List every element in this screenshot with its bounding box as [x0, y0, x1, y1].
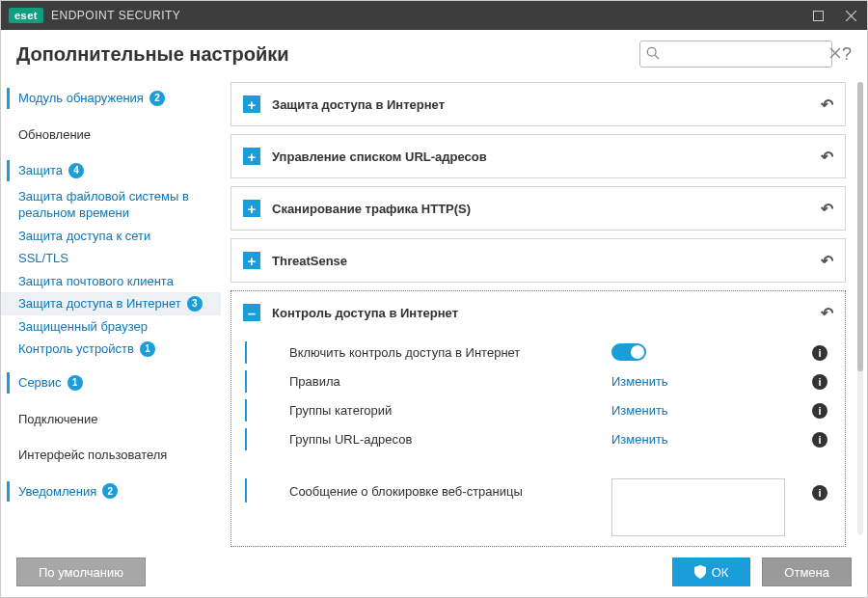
scrollbar-track[interactable] — [857, 82, 863, 535]
search-area: ? — [639, 41, 852, 68]
svg-rect-0 — [813, 11, 823, 20]
content-area: + Защита доступа в Интернет ↶ + Управлен… — [221, 78, 867, 547]
sidebar-item-protection[interactable]: Защита 4 — [1, 156, 221, 185]
accordion-web-access-protection: + Защита доступа в Интернет ↶ — [231, 82, 846, 126]
count-badge: 3 — [187, 296, 203, 312]
titlebar: eset ENDPOINT SECURITY — [1, 1, 867, 30]
sidebar-item-label: Защита доступа в Интернет — [18, 295, 181, 313]
accordion-title: Контроль доступа в Интернет — [272, 306, 809, 320]
sidebar-item-web-access[interactable]: Защита доступа в Интернет 3 — [1, 292, 221, 315]
ok-button-label: ОК — [712, 565, 729, 580]
app-window: eset ENDPOINT SECURITY Дополнительные на… — [0, 0, 868, 598]
expand-icon: + — [243, 95, 260, 113]
clear-search-icon[interactable] — [829, 46, 841, 62]
scrollbar-thumb[interactable] — [857, 82, 863, 371]
edit-category-groups-link[interactable]: Изменить — [611, 403, 668, 418]
setting-label: Включить контроль доступа в Интернет — [245, 341, 611, 364]
accordion-header[interactable]: + Защита доступа в Интернет ↶ — [231, 83, 845, 125]
sidebar-item-label: SSL/TLS — [18, 250, 68, 267]
close-button[interactable] — [834, 1, 867, 30]
accordion-threatsense: + ThreatSense ↶ — [231, 238, 846, 283]
expand-icon: + — [243, 252, 260, 269]
sidebar-item-label: Интерфейс пользователя — [18, 447, 167, 464]
default-button[interactable]: По умолчанию — [16, 557, 146, 586]
sidebar-item-label: Контроль устройств — [18, 340, 134, 358]
collapse-icon: – — [243, 304, 260, 321]
sidebar-item-device-control[interactable]: Контроль устройств 1 — [1, 338, 221, 361]
sidebar-item-label: Модуль обнаружения — [18, 90, 144, 107]
count-badge: 1 — [68, 375, 83, 391]
sidebar: Модуль обнаружения 2 Обновление Защита 4… — [1, 78, 221, 547]
page-title: Дополнительные настройки — [16, 43, 289, 66]
accordion-header[interactable]: + Управление списком URL-адресов ↶ — [231, 135, 845, 177]
sidebar-item-label: Защищенный браузер — [18, 318, 148, 336]
info-icon[interactable]: i — [812, 345, 827, 361]
search-icon — [646, 46, 660, 63]
search-box[interactable] — [639, 41, 832, 68]
sidebar-item-label: Сервис — [18, 374, 62, 392]
sidebar-item-ssl-tls[interactable]: SSL/TLS — [1, 247, 221, 270]
accordion-header[interactable]: + ThreatSense ↶ — [231, 239, 845, 282]
block-message-textarea[interactable] — [611, 478, 785, 536]
expand-icon: + — [243, 200, 260, 217]
setting-label: Группы категорий — [245, 399, 611, 421]
count-badge: 2 — [149, 91, 165, 106]
footer: По умолчанию ОК Отмена — [1, 547, 867, 597]
revert-icon[interactable]: ↶ — [821, 200, 833, 218]
sidebar-item-label: Защита файловой системы в реальном време… — [18, 188, 209, 222]
sidebar-item-label: Подключение — [18, 411, 97, 428]
cancel-button[interactable]: Отмена — [762, 557, 852, 586]
sidebar-item-label: Защита доступа к сети — [18, 228, 150, 245]
header: Дополнительные настройки ? — [1, 30, 867, 78]
accordion-title: ThreatSense — [272, 254, 809, 268]
setting-rules: Правила Изменить i — [231, 367, 845, 395]
sidebar-item-detection-module[interactable]: Модуль обнаружения 2 — [1, 84, 221, 113]
setting-enable-web-control: Включить контроль доступа в Интернет i — [231, 338, 845, 367]
toggle-enable-web-control[interactable] — [611, 343, 646, 361]
expand-icon: + — [243, 148, 260, 165]
accordion-title: Защита доступа в Интернет — [272, 97, 809, 112]
shield-icon — [694, 565, 706, 579]
setting-url-groups: Группы URL-адресов Изменить i — [231, 424, 845, 453]
count-badge: 4 — [68, 163, 84, 178]
info-icon[interactable]: i — [812, 432, 827, 448]
info-icon[interactable]: i — [812, 403, 827, 419]
revert-icon[interactable]: ↶ — [821, 304, 833, 322]
sidebar-item-notifications[interactable]: Уведомления 2 — [1, 477, 221, 506]
setting-category-groups: Группы категорий Изменить i — [231, 395, 845, 424]
sidebar-item-network-access[interactable]: Защита доступа к сети — [1, 225, 221, 248]
edit-url-groups-link[interactable]: Изменить — [611, 432, 668, 447]
revert-icon[interactable]: ↶ — [821, 148, 833, 166]
help-icon[interactable]: ? — [842, 44, 852, 65]
edit-rules-link[interactable]: Изменить — [611, 374, 668, 389]
accordion-header[interactable]: + Сканирование трафика HTTP(S) ↶ — [231, 187, 845, 230]
sidebar-item-service[interactable]: Сервис 1 — [1, 368, 221, 397]
maximize-button[interactable] — [801, 1, 834, 30]
sidebar-item-label: Обновление — [18, 126, 91, 144]
accordion-web-control: – Контроль доступа в Интернет ↶ Включить… — [231, 290, 846, 547]
sidebar-item-connection[interactable]: Подключение — [1, 405, 221, 434]
svg-line-4 — [655, 55, 659, 59]
revert-icon[interactable]: ↶ — [821, 95, 833, 114]
accordion-header[interactable]: – Контроль доступа в Интернет ↶ — [231, 291, 845, 334]
sidebar-item-label: Уведомления — [18, 483, 96, 501]
svg-point-3 — [647, 47, 656, 56]
sidebar-item-ui[interactable]: Интерфейс пользователя — [1, 441, 221, 470]
sidebar-item-realtime-fs[interactable]: Защита файловой системы в реальном време… — [1, 185, 221, 225]
window-controls — [801, 1, 867, 30]
setting-label: Группы URL-адресов — [245, 428, 611, 450]
accordion-url-list-management: + Управление списком URL-адресов ↶ — [231, 134, 846, 178]
accordion-title: Сканирование трафика HTTP(S) — [272, 202, 809, 216]
sidebar-item-label: Защита почтового клиента — [18, 273, 174, 290]
revert-icon[interactable]: ↶ — [821, 252, 833, 270]
ok-button[interactable]: ОК — [672, 557, 751, 586]
setting-label: Сообщение о блокировке веб-страницы — [245, 478, 611, 503]
sidebar-item-update[interactable]: Обновление — [1, 121, 221, 150]
search-input[interactable] — [660, 47, 829, 62]
accordion-http-scan: + Сканирование трафика HTTP(S) ↶ — [231, 186, 846, 231]
setting-label: Правила — [245, 370, 611, 393]
info-icon[interactable]: i — [812, 374, 827, 390]
sidebar-item-secure-browser[interactable]: Защищенный браузер — [1, 315, 221, 339]
info-icon[interactable]: i — [812, 485, 827, 501]
sidebar-item-mail-client[interactable]: Защита почтового клиента — [1, 270, 221, 293]
